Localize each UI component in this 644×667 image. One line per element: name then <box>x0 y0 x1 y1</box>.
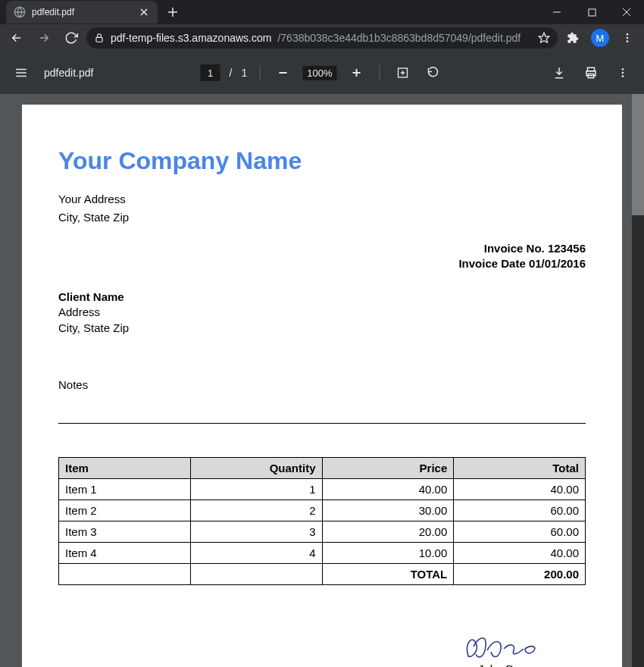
close-tab-icon[interactable] <box>138 6 150 18</box>
table-row: Item 3320.0060.00 <box>59 521 586 542</box>
fit-page-button[interactable] <box>392 62 413 83</box>
svg-marker-3 <box>539 33 549 42</box>
table-row: Item 1140.0040.00 <box>59 478 586 499</box>
menu-icon[interactable] <box>11 62 32 83</box>
print-button[interactable] <box>580 62 602 83</box>
notes: Notes <box>58 378 586 391</box>
client-block: Client Name Address City, State Zip <box>58 290 586 336</box>
svg-point-11 <box>622 68 624 70</box>
client-address-2: City, State Zip <box>58 321 586 336</box>
close-window-button[interactable] <box>609 0 644 24</box>
client-name: Client Name <box>58 290 586 305</box>
extensions-icon[interactable] <box>561 26 585 50</box>
forward-button[interactable] <box>32 26 56 50</box>
invoice-number: 123456 <box>548 242 586 255</box>
page-number-input[interactable]: 1 <box>201 64 220 81</box>
col-total: Total <box>454 457 586 478</box>
pdf-page: Your Company Name Your Address City, Sta… <box>22 105 622 667</box>
profile-avatar[interactable]: M <box>591 29 609 47</box>
signature-name: John Doe <box>457 662 548 667</box>
signature-icon <box>457 628 548 665</box>
svg-rect-2 <box>96 37 102 42</box>
address-bar[interactable]: pdf-temp-files.s3.amazonaws.com/7638b038… <box>86 27 558 49</box>
globe-icon <box>14 6 26 18</box>
tab-title: pdfedit.pdf <box>32 7 74 17</box>
pdf-more-icon[interactable] <box>612 62 633 83</box>
lock-icon <box>94 33 105 43</box>
invoice-meta: Invoice No. 123456 Invoice Date 01/01/20… <box>58 241 586 272</box>
maximize-button[interactable] <box>574 0 609 24</box>
minimize-button[interactable] <box>539 0 574 24</box>
url-host: pdf-temp-files.s3.amazonaws.com <box>111 32 271 44</box>
grand-total: 200.00 <box>454 563 586 584</box>
pdf-filename: pdfedit.pdf <box>44 67 93 79</box>
url-path: /7638b038c3e44db1b3c8863bd8d57049/pdfedi… <box>277 32 521 44</box>
signature-block: John Doe <box>58 628 586 667</box>
pdf-toolbar: pdfedit.pdf 1 / 1 100% <box>0 52 644 94</box>
total-label: TOTAL <box>322 563 454 584</box>
scrollbar[interactable] <box>632 94 644 667</box>
tab-strip: pdfedit.pdf <box>0 0 183 24</box>
client-address-1: Address <box>58 305 586 320</box>
window-controls <box>539 0 644 24</box>
company-address-1: Your Address <box>58 192 586 207</box>
svg-rect-1 <box>589 9 596 16</box>
svg-point-13 <box>622 75 624 77</box>
svg-point-4 <box>627 33 629 36</box>
total-row: TOTAL200.00 <box>59 563 586 584</box>
bookmark-star-icon[interactable] <box>538 32 550 44</box>
scrollbar-thumb[interactable] <box>632 94 644 215</box>
zoom-level[interactable]: 100% <box>302 66 336 80</box>
rotate-button[interactable] <box>422 62 443 83</box>
invoice-date: 01/01/2016 <box>529 257 586 270</box>
browser-menu-icon[interactable] <box>615 26 639 50</box>
svg-point-6 <box>627 40 629 42</box>
reload-button[interactable] <box>59 26 83 50</box>
col-qty: Quantity <box>190 457 322 478</box>
new-tab-button[interactable] <box>162 2 183 23</box>
window-titlebar: pdfedit.pdf <box>0 0 644 24</box>
zoom-out-button[interactable] <box>272 62 293 83</box>
col-price: Price <box>322 457 454 478</box>
col-item: Item <box>59 457 191 478</box>
company-address-2: City, State Zip <box>58 210 586 225</box>
divider-rule <box>58 423 586 424</box>
table-row: Item 2230.0060.00 <box>59 499 586 521</box>
download-button[interactable] <box>549 62 570 83</box>
browser-tab[interactable]: pdfedit.pdf <box>6 1 158 23</box>
table-row: Item 4410.0040.00 <box>59 542 586 563</box>
back-button[interactable] <box>5 26 29 50</box>
svg-point-12 <box>622 72 624 74</box>
invoice-table: Item Quantity Price Total Item 1140.0040… <box>58 457 586 585</box>
browser-navbar: pdf-temp-files.s3.amazonaws.com/7638b038… <box>0 24 644 52</box>
page-total: 1 <box>241 67 247 79</box>
pdf-viewport: Your Company Name Your Address City, Sta… <box>0 94 644 667</box>
zoom-in-button[interactable] <box>345 62 367 83</box>
svg-point-5 <box>627 37 629 39</box>
company-name: Your Company Name <box>58 147 586 175</box>
